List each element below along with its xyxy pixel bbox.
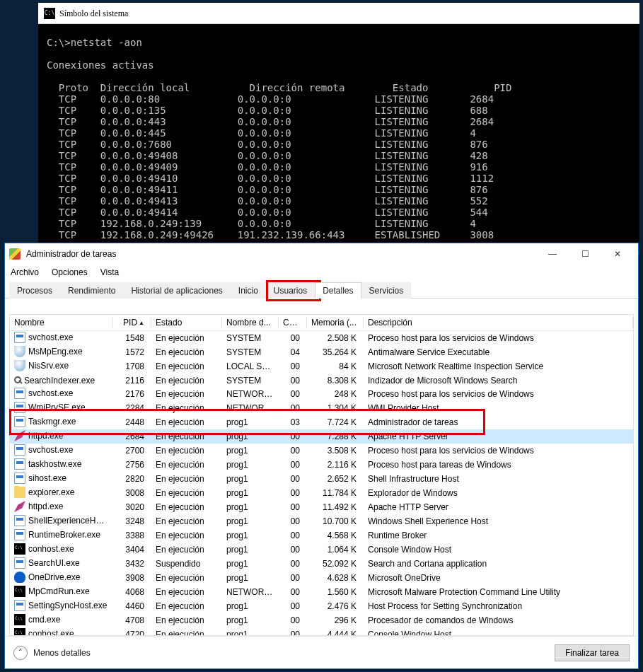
proc-pid: 3432 [112,557,151,571]
col-cpu[interactable]: CPU [279,315,307,331]
proc-desc: Microsoft Network Realtime Inspection Se… [364,359,633,373]
tab-inicio[interactable]: Inicio [231,282,266,299]
table-row[interactable]: conhost.exe3404En ejecuciónprog1001.064 … [10,543,633,557]
proc-mem: 248 K [307,387,364,401]
table-row[interactable]: SearchIndexer.exe2116En ejecuciónSYSTEM0… [10,373,633,387]
proc-mem: 11.784 K [307,486,364,500]
proc-mem: 7.724 K [307,415,364,429]
proc-user: prog1 [222,528,279,543]
table-header-row: Nombre PID▲ Estado Nombre d... CPU Memor… [10,315,633,331]
task-manager-icon [9,248,21,260]
proc-cpu: 04 [279,345,307,359]
proc-name: WmiPrvSE.exe [28,402,86,412]
proc-desc: Proceso host para los servicios de Windo… [364,444,633,458]
proc-estado: En ejecución [151,458,222,472]
proc-estado: En ejecución [151,472,222,486]
table-row[interactable]: cmd.exe4708En ejecuciónprog100296 KProce… [10,613,633,627]
fewer-details-toggle[interactable]: ˄ Menos detalles [13,646,91,660]
proc-desc: WMI Provider Host [364,401,633,415]
proc-name: conhost.exe [28,629,74,636]
table-row[interactable]: WmiPrvSE.exe2284En ejecuciónNETWORK...00… [10,401,633,415]
menu-file[interactable]: Archivo [11,267,39,277]
tab-historial[interactable]: Historial de aplicaciones [123,282,230,299]
proc-pid: 2284 [112,401,151,415]
proc-mem: 4.568 K [307,528,364,543]
proc-cpu: 00 [279,458,307,472]
col-descripcion[interactable]: Descripción [364,315,633,331]
table-row[interactable]: conhost.exe4720En ejecuciónprog1004.444 … [10,627,633,636]
table-row[interactable]: ShellExperienceHost....3248En ejecuciónp… [10,514,633,528]
close-button[interactable]: ✕ [601,243,634,265]
fewer-details-label: Menos detalles [33,648,91,658]
table-row[interactable]: svchost.exe2176En ejecuciónNETWORK...002… [10,387,633,401]
maximize-button[interactable]: ☐ [569,243,601,265]
proc-name: OneDrive.exe [28,572,80,582]
proc-desc: Shell Infrastructure Host [364,472,633,486]
tab-servicios[interactable]: Servicios [361,282,412,299]
chevron-up-icon: ˄ [13,646,28,660]
proc-user: prog1 [222,599,279,613]
menu-options[interactable]: Opciones [52,267,88,277]
proc-mem: 8.308 K [307,373,364,387]
proc-user: SYSTEM [222,373,279,387]
menu-view[interactable]: Vista [100,267,119,277]
table-row[interactable]: MpCmdRun.exe4068En ejecuciónNETWORK...00… [10,585,633,599]
process-icon [14,628,25,636]
task-manager-window[interactable]: Administrador de tareas — ☐ ✕ Archivo Op… [4,243,639,669]
end-task-button[interactable]: Finalizar tarea [555,644,630,661]
proc-desc: Windows Shell Experience Host [364,514,633,528]
proc-cpu: 00 [279,557,307,571]
command-prompt-window[interactable]: C:\ Símbolo del sistema C:\>netstat -aon… [38,3,639,250]
cmd-titlebar[interactable]: C:\ Símbolo del sistema [38,3,639,24]
table-row[interactable]: explorer.exe3008En ejecuciónprog10011.78… [10,486,633,500]
table-row[interactable]: sihost.exe2820En ejecuciónprog1002.652 K… [10,472,633,486]
proc-mem: 52.092 K [307,557,364,571]
proc-cpu: 00 [279,444,307,458]
proc-mem: 35.264 K [307,345,364,359]
proc-cpu: 00 [279,599,307,613]
col-usuario[interactable]: Nombre d... [222,315,279,331]
minimize-button[interactable]: — [536,243,569,265]
table-row[interactable]: Taskmgr.exe2448En ejecuciónprog1037.724 … [10,415,633,429]
table-row[interactable]: RuntimeBroker.exe3388En ejecuciónprog100… [10,528,633,543]
proc-name: cmd.exe [28,615,60,625]
process-icon [14,430,25,441]
tab-usuarios[interactable]: Usuarios [266,282,315,299]
proc-name: conhost.exe [28,544,74,554]
proc-estado: En ejecución [151,528,222,543]
table-row[interactable]: svchost.exe1548En ejecuciónSYSTEM002.508… [10,331,633,346]
proc-desc: Host Process for Setting Synchronization [364,599,633,613]
proc-cpu: 00 [279,627,307,636]
proc-mem: 3.508 K [307,444,364,458]
proc-name: SettingSyncHost.exe [28,601,107,610]
table-row[interactable]: httpd.exe3020En ejecuciónprog10011.492 K… [10,500,633,514]
proc-cpu: 00 [279,500,307,514]
sort-asc-icon: ▲ [139,320,144,326]
process-icon [14,501,25,512]
table-row[interactable]: svchost.exe2700En ejecuciónprog1003.508 … [10,444,633,458]
proc-cpu: 00 [279,359,307,373]
proc-name: explorer.exe [28,487,74,497]
process-icon [14,458,25,470]
col-memoria[interactable]: Memoria (... [307,315,364,331]
proc-name: svchost.exe [28,445,73,455]
cmd-title: Símbolo del sistema [59,8,128,19]
table-row[interactable]: MsMpEng.exe1572En ejecuciónSYSTEM0435.26… [10,345,633,359]
col-pid[interactable]: PID▲ [112,315,151,331]
table-row[interactable]: httpd.exe2684En ejecuciónprog1007.288 KA… [10,429,633,444]
tm-titlebar[interactable]: Administrador de tareas — ☐ ✕ [5,243,638,265]
proc-pid: 2116 [112,373,151,387]
col-estado[interactable]: Estado [151,315,222,331]
tab-rendimiento[interactable]: Rendimiento [60,282,123,299]
table-row[interactable]: taskhostw.exe2756En ejecuciónprog1002.11… [10,458,633,472]
table-row[interactable]: OneDrive.exe3908En ejecuciónprog1004.628… [10,571,633,585]
table-row[interactable]: SearchUI.exe3432Suspendidoprog10052.092 … [10,557,633,571]
proc-user: NETWORK... [222,387,279,401]
proc-mem: 1.064 K [307,543,364,557]
tab-procesos[interactable]: Procesos [9,282,60,299]
proc-cpu: 00 [279,472,307,486]
col-nombre[interactable]: Nombre [10,315,112,331]
table-row[interactable]: SettingSyncHost.exe4460En ejecuciónprog1… [10,599,633,613]
tab-detalles[interactable]: Detalles [315,282,361,299]
table-row[interactable]: NisSrv.exe1708En ejecuciónLOCAL SE...008… [10,359,633,373]
